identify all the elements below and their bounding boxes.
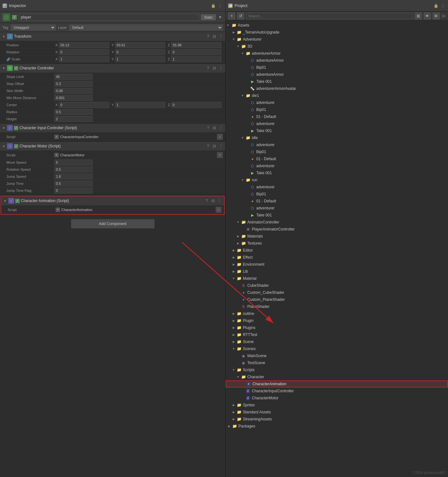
char-input-settings-btn[interactable]: ⊟ <box>212 125 217 130</box>
pos-x-input[interactable] <box>59 42 109 48</box>
add-component-btn[interactable]: Add Component <box>71 219 154 228</box>
tree-item-main-scene[interactable]: ◉ MainScene <box>226 352 448 359</box>
tree-item-take001-run[interactable]: ▶ Take 001 <box>226 212 448 219</box>
tree-item-adventurer-run[interactable]: ⬡ adventurer <box>226 184 448 191</box>
tree-item-bip01-run[interactable]: ⬡ Bip01 <box>226 191 448 198</box>
tree-item-char-motor-script[interactable]: # CharacterMotor <box>226 395 448 402</box>
char-input-check[interactable]: ✓ <box>14 126 18 130</box>
char-anim-help-btn[interactable]: ? <box>204 198 209 203</box>
refresh-btn[interactable]: ↺ <box>237 12 244 20</box>
tree-item-adventurer-die2[interactable]: ⬡ adventurer <box>226 120 448 127</box>
char-ctrl-settings-btn[interactable]: ⊟ <box>212 66 217 71</box>
char-motor-pick-btn[interactable]: ⊙ <box>217 152 223 158</box>
rotation-speed-input[interactable] <box>54 167 93 172</box>
tree-item-01-default-die[interactable]: ● 01 - Default <box>226 113 448 120</box>
char-input-pick-btn[interactable]: ⊙ <box>217 134 223 140</box>
char-anim-menu-btn[interactable]: ⋮ <box>217 198 222 203</box>
tree-item-01-default-idle[interactable]: ● 01 - Default <box>226 155 448 162</box>
transform-menu-btn[interactable]: ⋮ <box>218 34 223 39</box>
tree-item-cube-shader[interactable]: S CubeShader <box>226 282 448 289</box>
char-motor-settings-btn[interactable]: ⊟ <box>212 144 217 149</box>
inspector-lock-btn[interactable]: 🔒 <box>211 3 216 8</box>
jump-speed-input[interactable] <box>54 174 93 179</box>
move-speed-input[interactable] <box>54 160 93 165</box>
project-lock-btn[interactable]: 🔒 <box>433 3 438 8</box>
skin-width-input[interactable] <box>54 88 93 94</box>
height-input[interactable] <box>54 116 93 122</box>
jump-time-input[interactable] <box>54 181 93 186</box>
tree-item-take001-1[interactable]: ▶ Take 001 <box>226 78 448 85</box>
eye-btn[interactable]: 👁 <box>424 12 431 20</box>
tree-item-bip01-1[interactable]: ⬡ Bip01 <box>226 64 448 71</box>
char-animation-header[interactable]: ▼ # ✓ Character Animation (Script) ? ⊟ ⋮ <box>1 196 224 205</box>
tree-item-plugin[interactable]: ▶ 📁 Plugin <box>226 317 448 324</box>
radius-input[interactable] <box>54 109 93 115</box>
scale-y-input[interactable] <box>115 56 166 62</box>
char-motor-check[interactable]: ✓ <box>14 144 18 148</box>
tree-item-adventurerArmor[interactable]: ▼ 📁 adventurerArmor <box>226 50 448 57</box>
view-btn[interactable]: ⊞ <box>415 12 422 20</box>
tree-item-bip01-idle[interactable]: ⬡ Bip01 <box>226 148 448 155</box>
char-motor-menu-btn[interactable]: ⋮ <box>218 144 223 149</box>
char-anim-settings-btn[interactable]: ⊟ <box>211 198 216 203</box>
tree-item-animator-controller[interactable]: ▼ 📁 AnimatorController <box>226 219 448 226</box>
tree-item-rtttest[interactable]: ▶ 📁 RTTTest <box>226 331 448 338</box>
tag-select[interactable]: Untagged <box>11 25 56 30</box>
tree-item-adventurer-idle2[interactable]: ⬡ adventurer <box>226 162 448 169</box>
inspector-menu-btn[interactable]: ⋮ <box>218 3 223 8</box>
tree-item-plane-shader[interactable]: S PlaneShader <box>226 303 448 310</box>
tree-item-char-animation-script[interactable]: # CharacterAnimation <box>226 380 448 387</box>
tree-item-adventurerArmorAvatar[interactable]: 🦴 adventurerArmorAvatar <box>226 85 448 92</box>
transform-header[interactable]: ▼ ⤢ Transform ? ⊟ ⋮ <box>0 32 225 41</box>
tree-item-textures[interactable]: ▶ 📁 Textures <box>226 240 448 247</box>
tree-item-bip01-die[interactable]: ⬡ Bip01 <box>226 106 448 113</box>
tree-item-idle[interactable]: ▼ 📁 idle <box>226 134 448 141</box>
rot-x-input[interactable] <box>59 49 109 55</box>
transform-settings-btn[interactable]: ⊟ <box>212 34 217 39</box>
tree-item-scripts[interactable]: ▼ 📁 Scripts <box>226 366 448 373</box>
static-button[interactable]: Static <box>201 14 216 20</box>
tree-item-3d[interactable]: ▼ 📁 3D <box>226 43 448 50</box>
tree-item-streaming-assets[interactable]: ▶ 📁 StreamingAssets <box>226 416 448 423</box>
tree-item-custom-plane[interactable]: ● Custom_PlaneShader <box>226 296 448 303</box>
tree-item-adventureArmor-mesh[interactable]: ⬡ adventureArmor <box>226 57 448 64</box>
center-y-input[interactable] <box>115 102 166 108</box>
tree-item-player-animator[interactable]: ⊞ PlayerAnimatorController <box>226 226 448 233</box>
tree-item-adventurer-die[interactable]: ⬡ adventurer <box>226 99 448 106</box>
rot-z-input[interactable] <box>171 49 221 55</box>
scale-x-input[interactable] <box>59 56 109 62</box>
pos-y-input[interactable] <box>115 42 166 48</box>
char-ctrl-menu-btn[interactable]: ⋮ <box>218 66 223 71</box>
char-motor-header[interactable]: ▼ # ✓ Character Motor (Script) ? ⊟ ⋮ <box>0 142 225 151</box>
tree-item-assets[interactable]: ▼ 📁 Assets <box>226 22 448 29</box>
tree-item-environment[interactable]: ▶ 📁 Environment <box>226 261 448 268</box>
char-input-header[interactable]: ▼ # ✓ Character Input Controller (Script… <box>0 123 225 132</box>
transform-help-btn[interactable]: ? <box>205 34 211 39</box>
layer-select[interactable]: Default <box>69 25 223 30</box>
min-move-input[interactable] <box>54 95 93 101</box>
tree-item-outline[interactable]: ▶ 📁 outline <box>226 310 448 317</box>
step-offset-input[interactable] <box>54 81 93 87</box>
center-z-input[interactable] <box>171 102 221 108</box>
tree-item-take001-idle[interactable]: ▶ Take 001 <box>226 169 448 176</box>
tree-item-editor[interactable]: ▶ 📁 Editor <box>226 247 448 254</box>
tree-item-packages[interactable]: ▶ 📁 Packages <box>226 423 448 430</box>
jump-time-flag-input[interactable] <box>54 188 93 193</box>
rot-y-input[interactable] <box>115 49 166 55</box>
char-ctrl-check[interactable]: ✓ <box>14 66 18 70</box>
tree-item-standard-assets[interactable]: ▶ 📁 Standard Assets <box>226 409 448 416</box>
tree-item-scenes[interactable]: ▼ 📁 Scenes <box>226 345 448 352</box>
tree-item-lib[interactable]: ▶ 📁 Lib <box>226 268 448 275</box>
tree-item-adventurer-run2[interactable]: ⬡ adventurer <box>226 205 448 212</box>
slope-limit-input[interactable] <box>54 74 93 80</box>
tree-item-sprites[interactable]: ▶ 📁 Sprites <box>226 402 448 409</box>
tree-item-character-folder[interactable]: ▼ 📁 Character <box>226 373 448 380</box>
char-anim-check[interactable]: ✓ <box>15 199 19 203</box>
settings-btn[interactable]: ⚙ <box>433 12 440 20</box>
pos-z-input[interactable] <box>171 42 221 48</box>
tree-item-custom-cube[interactable]: ● Custom_CubeShader <box>226 289 448 296</box>
gameobject-active-check[interactable]: ✓ <box>12 15 17 20</box>
tree-item-die1[interactable]: ▼ 📁 die1 <box>226 92 448 99</box>
tree-item-terrain[interactable]: ▶ 📁 _TerrainAutoUpgrade <box>226 29 448 36</box>
center-x-input[interactable] <box>59 102 109 108</box>
